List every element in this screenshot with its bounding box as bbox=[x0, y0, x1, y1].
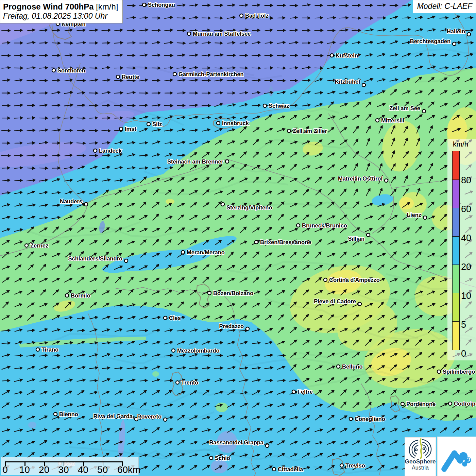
model-label-box: Modell: C-LAEF bbox=[413, 0, 476, 13]
city-marker bbox=[181, 251, 185, 254]
city-label: Belluno bbox=[342, 363, 363, 370]
wind-forecast-map: SchongauBad TölzKemptenMurnau am Staffel… bbox=[0, 0, 476, 476]
city-pordenone: Pordenone bbox=[401, 401, 436, 407]
city-label: Mittersill bbox=[381, 117, 404, 123]
city-label: Conegliano bbox=[355, 416, 385, 422]
mountain-cloud-logo bbox=[437, 437, 476, 476]
city-marker bbox=[246, 327, 249, 330]
city-label: Schlanders/Silandro bbox=[68, 255, 122, 261]
wind-speed-patch bbox=[152, 371, 159, 377]
city-label: Matrei in Osttirol bbox=[338, 175, 382, 182]
city-marker bbox=[362, 83, 366, 87]
city-label: Feltre bbox=[298, 389, 313, 395]
city-marker bbox=[36, 348, 39, 351]
mountain-cloud-icon bbox=[439, 439, 474, 473]
city-conegliano: Conegliano bbox=[349, 416, 385, 422]
city-label: Zernez bbox=[30, 242, 48, 249]
city-schlanders-silandro: Schlanders/Silandro bbox=[68, 255, 128, 262]
legend-tick-label: 10 bbox=[461, 291, 476, 301]
city-marker bbox=[25, 244, 28, 247]
legend-segment bbox=[452, 236, 460, 265]
city-marker bbox=[385, 179, 388, 182]
city-marker bbox=[221, 203, 224, 206]
map-scale-bar: 0102030405060km bbox=[1, 457, 139, 475]
city-marker bbox=[116, 75, 120, 79]
city-marker bbox=[324, 278, 327, 282]
city-label: Imst bbox=[125, 126, 136, 132]
wind-speed-patch bbox=[211, 460, 228, 473]
city-label: Murnau am Staffelsee bbox=[193, 31, 251, 37]
city-label: Bormio bbox=[71, 292, 90, 299]
city-label: Bozen/Bolzano bbox=[213, 290, 253, 296]
city-meran-merano: Meran/Merano bbox=[181, 249, 225, 255]
city-marker bbox=[422, 109, 426, 113]
city-label: Mezzolombardo bbox=[177, 347, 220, 354]
city-label: Zell am Ziller bbox=[293, 128, 327, 134]
legend-tick-label: 5 bbox=[461, 320, 476, 330]
legend-segment bbox=[452, 208, 460, 237]
legend-segment bbox=[452, 151, 460, 180]
city-label: Lienz bbox=[407, 212, 421, 218]
city-marker bbox=[65, 294, 69, 297]
city-label: Bienno bbox=[59, 411, 78, 417]
city-zell-am-ziller: Zell am Ziller bbox=[287, 128, 327, 134]
city-label: Berchtesgaden bbox=[410, 38, 451, 44]
city-marker bbox=[208, 291, 211, 295]
scalebar-label: 10 bbox=[18, 464, 31, 475]
city-label: Codroipo bbox=[454, 401, 476, 407]
city-label: Landeck bbox=[99, 148, 122, 154]
legend-segment bbox=[452, 321, 460, 350]
city-bruneck-brunico: Bruneck/Brunico bbox=[296, 222, 347, 228]
city-label: Pordenone bbox=[406, 401, 436, 407]
scalebar-label: 40 bbox=[76, 464, 90, 475]
city-label: Pieve di Cadore bbox=[314, 298, 356, 304]
city-label: Trento bbox=[181, 379, 198, 386]
legend-tick-label: 0 bbox=[461, 348, 476, 359]
wind-speed-patch bbox=[399, 197, 414, 209]
city-garmisch-partenkirchen: Garmisch-Partenkirchen bbox=[173, 71, 244, 77]
city-cortina-d-ampezzo: Cortina d'Ampezzo bbox=[324, 277, 380, 283]
city-marker bbox=[467, 33, 471, 36]
city-marker bbox=[164, 418, 167, 421]
city-marker bbox=[296, 224, 300, 227]
city-label: Kitzbühel bbox=[335, 79, 360, 85]
city-marker bbox=[330, 54, 334, 57]
city-murnau-am-staffelsee: Murnau am Staffelsee bbox=[187, 31, 251, 37]
city-marker bbox=[54, 412, 57, 416]
city-spilimbergo: Spilimbergo bbox=[437, 369, 475, 375]
city-marker bbox=[172, 349, 175, 352]
city-mezzolombardo: Mezzolombardo bbox=[172, 347, 220, 354]
city-label: Schwaz bbox=[269, 103, 289, 109]
page-title: Prognose Wind 700hPa [km/h] bbox=[3, 2, 118, 12]
city-label: Innsbruck bbox=[222, 120, 249, 126]
city-label: Predazzo bbox=[219, 323, 244, 329]
forecast-datetime: Freitag, 01.08.2025 13:00 Uhr bbox=[3, 12, 118, 21]
city-label: Silz bbox=[152, 121, 162, 127]
geosphere-logo: GeoSphere Austria bbox=[405, 437, 436, 476]
city-label: Tirano bbox=[41, 346, 58, 353]
city-marker bbox=[437, 370, 441, 373]
legend-tick-label: 20 bbox=[461, 262, 476, 272]
city-marker bbox=[142, 3, 146, 6]
city-bozen-bolzano: Bozen/Bolzano bbox=[208, 290, 253, 296]
city-marker bbox=[367, 233, 370, 237]
legend-unit-label: km/h bbox=[453, 140, 469, 148]
city-marker bbox=[187, 32, 191, 35]
city-label: Cortina d'Ampezzo bbox=[329, 277, 380, 283]
city-label: Bad Tölz bbox=[245, 13, 269, 19]
city-marker bbox=[173, 72, 176, 76]
city-marker bbox=[453, 42, 456, 46]
scalebar-label: 0 bbox=[0, 464, 12, 475]
city-label: Cittadella bbox=[278, 466, 303, 472]
city-label: Spilimbergo bbox=[443, 369, 475, 375]
map-canvas: SchongauBad TölzKemptenMurnau am Staffel… bbox=[0, 0, 476, 476]
city-marker bbox=[94, 149, 97, 152]
city-label: Meran/Merano bbox=[187, 249, 225, 255]
city-marker bbox=[272, 468, 276, 471]
city-marker bbox=[401, 402, 404, 406]
city-brixen-bressanone: Brixen/Bressanone bbox=[255, 239, 311, 245]
city-label: Nauders bbox=[60, 198, 82, 204]
city-label: Bruneck/Brunico bbox=[302, 222, 347, 228]
geosphere-country: Austria bbox=[412, 465, 429, 471]
city-marker bbox=[266, 444, 269, 447]
